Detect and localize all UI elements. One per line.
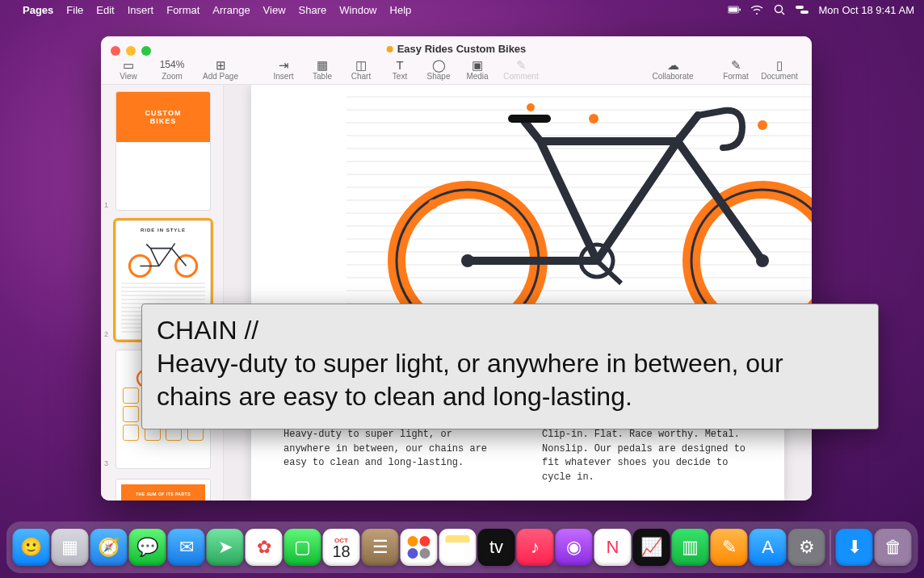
menu-insert[interactable]: Insert (128, 4, 154, 16)
menu-arrange[interactable]: Arrange (212, 4, 250, 16)
menu-view[interactable]: View (263, 4, 286, 16)
toolbar-text[interactable]: TText (380, 53, 419, 81)
toolbar-format[interactable]: ✎Format (716, 53, 755, 81)
dock-messages[interactable]: 💬 (129, 529, 166, 566)
dock-stocks[interactable]: 📈 (633, 529, 670, 566)
toolbar-comment: ✎Comment (497, 53, 545, 81)
svg-point-22 (758, 120, 767, 130)
edited-indicator-icon (387, 46, 393, 52)
dock-music[interactable]: ♪ (517, 529, 554, 566)
workspace: 1 CUSTOMBIKES 2 RIDE IN STYLE 3 (101, 85, 812, 501)
thumb-heading: CUSTOM (145, 109, 182, 117)
thumb-heading: THE SUM OF ITS PARTS (121, 484, 205, 501)
hover-title: CHAIN // (157, 316, 258, 345)
page-number: 3 (104, 459, 108, 467)
titlebar: Easy Rides Custom Bikes ▭View 154%Zoom ⊞… (101, 36, 812, 85)
dock-maps[interactable]: ➤ (207, 529, 244, 566)
dock-contacts[interactable]: ☰ (362, 529, 399, 566)
dock-system-preferences[interactable]: ⚙︎ (788, 529, 825, 566)
toolbar-table[interactable]: ▦Table (303, 53, 342, 81)
toolbar: ▭View 154%Zoom ⊞Add Page ⇥Insert ▦Table … (109, 53, 804, 81)
wifi-icon[interactable] (750, 3, 763, 16)
dock-facetime[interactable]: ▢ (284, 529, 321, 566)
toolbar-media[interactable]: ▣Media (458, 53, 497, 81)
menu-format[interactable]: Format (166, 4, 200, 16)
toolbar-zoom[interactable]: 154%Zoom (148, 53, 196, 81)
toolbar-shape[interactable]: ◯Shape (419, 53, 458, 81)
dock-podcasts[interactable]: ◉ (556, 529, 593, 566)
pedals-body: Clip-in. Flat. Race worthy. Metal. Nonsl… (542, 428, 752, 484)
thumb-heading: BIKES (150, 117, 177, 125)
thumb-heading: RIDE IN STYLE (141, 228, 186, 232)
menu-help[interactable]: Help (390, 4, 412, 16)
pages-window: Easy Rides Custom Bikes ▭View 154%Zoom ⊞… (101, 36, 812, 501)
svg-point-17 (461, 254, 474, 267)
page-number: 1 (104, 201, 108, 209)
dock-trash[interactable]: 🗑 (875, 529, 912, 566)
toolbar-document[interactable]: ▯Document (755, 53, 804, 81)
dock-reminders[interactable] (401, 529, 438, 566)
toolbar-chart[interactable]: ◫Chart (342, 53, 380, 81)
thumbnail-page-1[interactable]: 1 CUSTOMBIKES (116, 91, 215, 211)
dock-safari[interactable]: 🧭 (90, 529, 128, 566)
menu-window[interactable]: Window (339, 4, 376, 16)
bicycle-image[interactable] (346, 85, 812, 331)
svg-rect-5 (796, 6, 804, 9)
page-thumbnails[interactable]: 1 CUSTOMBIKES 2 RIDE IN STYLE 3 (101, 85, 224, 501)
dock-pages[interactable]: ✎ (711, 529, 748, 566)
svg-point-8 (176, 255, 197, 276)
dock-numbers[interactable]: ▥ (672, 529, 709, 566)
dock-downloads[interactable]: ⬇︎ (836, 529, 873, 566)
svg-point-21 (589, 114, 598, 124)
dock-calendar[interactable]: OCT18 (323, 529, 360, 566)
dock-news[interactable]: N (594, 529, 632, 566)
dock-separator (830, 530, 831, 565)
svg-point-18 (756, 254, 769, 267)
svg-rect-6 (800, 10, 808, 14)
menu-edit[interactable]: Edit (96, 4, 114, 16)
battery-icon[interactable] (728, 3, 741, 16)
toolbar-add-page[interactable]: ⊞Add Page (196, 53, 245, 81)
dock-launchpad[interactable]: ▦ (52, 529, 89, 566)
svg-rect-2 (740, 8, 741, 10)
svg-rect-1 (729, 7, 738, 12)
thumbnail-page-4[interactable]: THE SUM OF ITS PARTS (116, 479, 215, 501)
document-canvas[interactable]: CHAIN // Heavy-duty to super light, or a… (224, 85, 812, 501)
dock: 🙂 ▦ 🧭 💬 ✉︎ ➤ ✿ ▢ OCT18 ☰ tv ♪ ◉ N 📈 ▥ ✎ … (6, 521, 918, 573)
control-center-icon[interactable] (796, 3, 808, 16)
menu-share[interactable]: Share (299, 4, 327, 16)
menu-file[interactable]: File (66, 4, 83, 16)
menubar-clock[interactable]: Mon Oct 18 9:41 AM (818, 4, 914, 16)
toolbar-view[interactable]: ▭View (109, 53, 148, 81)
svg-point-3 (775, 6, 783, 13)
svg-line-4 (782, 12, 784, 15)
toolbar-insert[interactable]: ⇥Insert (264, 53, 303, 81)
svg-line-16 (597, 261, 621, 283)
page-number: 2 (104, 330, 108, 338)
hover-body: Heavy-duty to super light, or anywhere i… (157, 347, 863, 413)
dock-photos[interactable]: ✿ (246, 529, 283, 566)
dock-appstore[interactable]: A (750, 529, 787, 566)
toolbar-collaborate[interactable]: ☁Collaborate (649, 53, 697, 81)
chain-body: Heavy-duty to super light, or anywhere i… (284, 428, 494, 470)
svg-point-19 (428, 199, 438, 209)
dock-notes[interactable] (439, 529, 477, 566)
svg-point-20 (526, 103, 536, 112)
dock-mail[interactable]: ✉︎ (168, 529, 205, 566)
hover-text-overlay: CHAIN // Heavy-duty to super light, or a… (141, 304, 879, 429)
dock-finder[interactable]: 🙂 (13, 529, 50, 566)
app-menu[interactable]: Pages (23, 4, 53, 16)
menubar: Pages File Edit Insert Format Arrange Vi… (0, 0, 924, 19)
dock-tv[interactable]: tv (478, 529, 515, 566)
spotlight-icon[interactable] (773, 3, 786, 16)
